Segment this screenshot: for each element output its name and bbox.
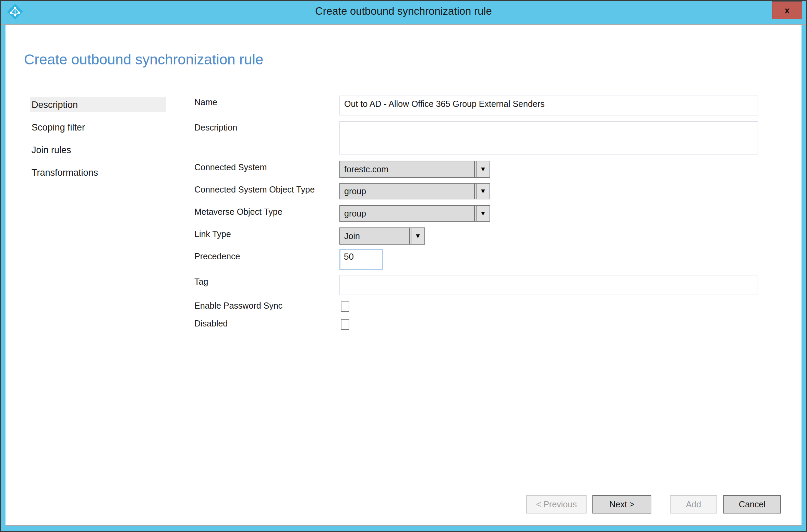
- enable-password-sync-checkbox[interactable]: [341, 301, 349, 312]
- disabled-checkbox[interactable]: [341, 319, 349, 330]
- close-button[interactable]: x: [772, 1, 802, 19]
- cancel-button[interactable]: Cancel: [723, 495, 781, 514]
- connected-system-object-type-dropdown[interactable]: group ▼: [339, 183, 490, 199]
- description-label: Description: [194, 123, 237, 133]
- dialog-content: Create outbound synchronization rule Des…: [5, 25, 802, 526]
- sidebar-item-join-rules[interactable]: Join rules: [30, 143, 166, 158]
- metaverse-object-type-label: Metaverse Object Type: [194, 207, 282, 217]
- window-title: Create outbound synchronization rule: [1, 1, 806, 22]
- disabled-label: Disabled: [194, 319, 228, 329]
- previous-button[interactable]: < Previous: [526, 495, 587, 514]
- connected-system-dropdown[interactable]: forestc.com ▼: [339, 161, 490, 178]
- connected-system-object-type-value: group: [340, 184, 475, 199]
- enable-password-sync-label: Enable Password Sync: [194, 301, 282, 311]
- chevron-down-icon[interactable]: ▼: [476, 206, 490, 221]
- name-input[interactable]: Out to AD - Allow Office 365 Group Exter…: [339, 96, 758, 115]
- next-button[interactable]: Next >: [592, 495, 651, 514]
- page-title: Create outbound synchronization rule: [24, 51, 263, 68]
- link-type-value: Join: [340, 228, 410, 244]
- sidebar-item-description[interactable]: Description: [30, 97, 166, 112]
- connected-system-label: Connected System: [194, 162, 267, 172]
- sidebar-item-transformations[interactable]: Transformations: [30, 165, 166, 180]
- tag-input[interactable]: [339, 275, 758, 295]
- add-button[interactable]: Add: [670, 495, 717, 514]
- link-type-dropdown[interactable]: Join ▼: [339, 227, 425, 245]
- tag-label: Tag: [194, 277, 208, 287]
- chevron-down-icon[interactable]: ▼: [411, 228, 424, 244]
- titlebar: Create outbound synchronization rule x: [1, 1, 806, 25]
- chevron-down-icon[interactable]: ▼: [476, 161, 490, 177]
- precedence-input[interactable]: 50: [339, 249, 383, 270]
- connected-system-object-type-label: Connected System Object Type: [194, 185, 315, 195]
- connected-system-value: forestc.com: [340, 161, 475, 177]
- link-type-label: Link Type: [194, 229, 231, 239]
- chevron-down-icon[interactable]: ▼: [476, 184, 490, 199]
- metaverse-object-type-dropdown[interactable]: group ▼: [339, 205, 490, 222]
- sidebar-item-scoping-filter[interactable]: Scoping filter: [30, 120, 166, 135]
- description-input[interactable]: [339, 121, 758, 154]
- dialog-window: Create outbound synchronization rule x C…: [0, 0, 807, 532]
- metaverse-object-type-value: group: [340, 206, 475, 221]
- name-label: Name: [194, 97, 217, 107]
- precedence-label: Precedence: [194, 251, 240, 261]
